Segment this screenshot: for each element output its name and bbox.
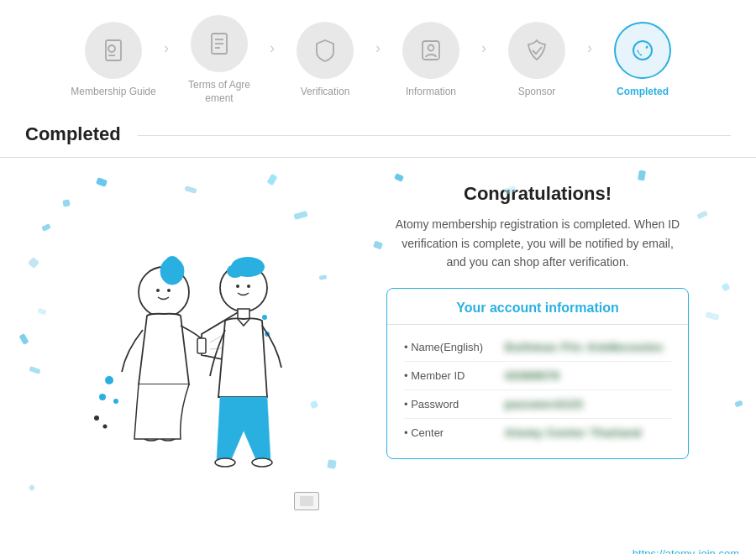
step-membership-guide: Membership Guide bbox=[63, 22, 164, 99]
account-row-password: Password password123 bbox=[404, 390, 671, 419]
confetti-r5 bbox=[373, 241, 383, 250]
stepper: Membership Guide › Terms of Agreement › … bbox=[0, 0, 756, 115]
account-row-memberid: Member ID 43369570 bbox=[404, 362, 671, 390]
account-value-center: Atomy Center Thailand bbox=[505, 426, 642, 439]
confetti-14 bbox=[29, 484, 35, 491]
svg-point-34 bbox=[99, 394, 106, 400]
svg-point-32 bbox=[252, 458, 272, 467]
svg-point-14 bbox=[156, 289, 160, 292]
svg-rect-16 bbox=[197, 338, 206, 353]
section-title-bar: Completed bbox=[0, 115, 756, 158]
confetti-8 bbox=[319, 274, 328, 280]
svg-point-37 bbox=[103, 425, 108, 429]
svg-point-15 bbox=[167, 289, 171, 292]
step-circle-terms bbox=[191, 15, 248, 72]
step-circle-membership-guide bbox=[85, 22, 142, 79]
confetti-r8 bbox=[734, 400, 743, 408]
svg-point-1 bbox=[108, 45, 115, 52]
illustration-svg bbox=[42, 217, 319, 536]
confetti-r3 bbox=[638, 170, 646, 181]
confetti-3 bbox=[184, 186, 197, 193]
section-title: Completed bbox=[25, 123, 121, 145]
account-label-memberid: Member ID bbox=[404, 369, 505, 382]
step-circle-sponsor bbox=[508, 22, 565, 79]
svg-point-27 bbox=[227, 264, 244, 278]
step-circle-information bbox=[402, 22, 459, 79]
svg-point-20 bbox=[262, 315, 267, 320]
main-content: Congratulations! Atomy membership regist… bbox=[0, 158, 756, 544]
confetti-5 bbox=[267, 174, 278, 186]
svg-point-10 bbox=[638, 46, 647, 55]
step-label-membership-guide: Membership Guide bbox=[71, 86, 155, 99]
confetti-r1 bbox=[394, 173, 404, 182]
confetti-10 bbox=[18, 333, 29, 345]
account-row-center: Center Atomy Center Thailand bbox=[404, 419, 671, 447]
account-label-password: Password bbox=[404, 398, 505, 410]
step-label-completed: Completed bbox=[617, 86, 669, 99]
account-info-box: Your account information Name(English) D… bbox=[386, 288, 689, 459]
right-content-area: Congratulations! Atomy membership regist… bbox=[336, 166, 739, 536]
svg-point-31 bbox=[215, 458, 235, 467]
svg-point-28 bbox=[236, 285, 239, 288]
confetti-r4 bbox=[696, 211, 707, 220]
account-row-name: Name(English) Duthmas Flic Aim8eceutes bbox=[404, 333, 671, 362]
step-verification: Verification bbox=[275, 22, 375, 99]
small-image-box bbox=[294, 492, 319, 510]
confetti-11 bbox=[29, 366, 40, 374]
step-circle-completed bbox=[614, 22, 671, 79]
step-completed: Completed bbox=[592, 22, 693, 99]
svg-point-13 bbox=[165, 256, 179, 269]
footer-url-text: https://atomy-join.com bbox=[633, 547, 739, 554]
account-value-name: Duthmas Flic Aim8eceutes bbox=[505, 341, 664, 353]
step-label-verification: Verification bbox=[301, 86, 350, 99]
account-rows: Name(English) Duthmas Flic Aim8eceutes M… bbox=[387, 325, 688, 458]
confetti-2 bbox=[62, 200, 70, 207]
confetti-r6 bbox=[722, 283, 731, 292]
step-sponsor: Sponsor bbox=[486, 22, 587, 99]
illustration-area bbox=[17, 166, 336, 536]
account-value-password: password123 bbox=[505, 398, 583, 410]
step-terms: Terms of Agreement bbox=[169, 15, 270, 105]
confetti-1 bbox=[96, 177, 108, 187]
account-info-title: Your account information bbox=[387, 289, 688, 325]
svg-point-36 bbox=[94, 416, 99, 421]
step-label-sponsor: Sponsor bbox=[518, 86, 556, 99]
svg-point-8 bbox=[428, 44, 434, 50]
account-value-memberid: 43369570 bbox=[505, 369, 560, 382]
footer-url: https://atomy-join.com bbox=[0, 544, 756, 554]
congrats-title: Congratulations! bbox=[464, 183, 612, 205]
svg-point-33 bbox=[105, 376, 113, 384]
step-label-information: Information bbox=[406, 86, 456, 99]
confetti-7 bbox=[28, 257, 39, 269]
step-circle-verification bbox=[297, 22, 354, 79]
confetti-13 bbox=[327, 459, 337, 469]
svg-point-29 bbox=[247, 285, 250, 288]
account-label-center: Center bbox=[404, 426, 505, 439]
account-label-name: Name(English) bbox=[404, 341, 505, 353]
step-label-terms: Terms of Agreement bbox=[188, 79, 250, 105]
congrats-text: Atomy membership registration is complet… bbox=[395, 215, 680, 271]
svg-point-35 bbox=[113, 399, 118, 404]
confetti-r7 bbox=[705, 311, 719, 321]
step-information: Information bbox=[381, 22, 481, 99]
